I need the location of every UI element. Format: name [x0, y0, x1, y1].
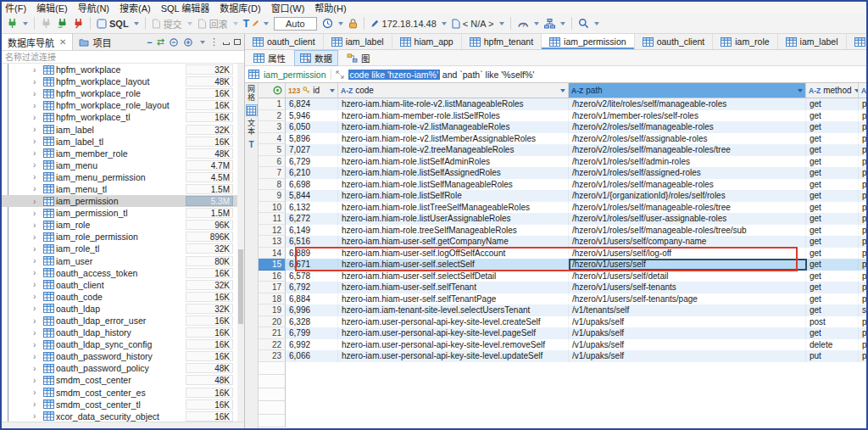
cell-id[interactable]: 6,149	[286, 225, 338, 237]
editor-tab[interactable]: iam_permission	[542, 34, 635, 49]
row-number[interactable]: 13	[259, 236, 286, 248]
table-row[interactable]: 9 5,844 hzero-iam.hiam-role.listSelfRole…	[259, 190, 866, 202]
cell-id[interactable]: 6,996	[286, 304, 338, 316]
text-view-button[interactable]: T	[246, 138, 258, 150]
cell-code[interactable]: hzero-iam.hiam-role-v2.listManageableRol…	[338, 121, 569, 133]
database-selector[interactable]: < N/A >	[449, 17, 507, 31]
menu-item[interactable]: SQL 编辑器	[158, 1, 217, 14]
cell-level[interactable]: p	[859, 156, 866, 168]
tree-table-row[interactable]: › iam_menu_permission 4.5M	[2, 171, 244, 183]
cell-path[interactable]: /hzero/v1/users/self-tenants/page	[569, 293, 806, 305]
cell-id[interactable]: 6,578	[286, 271, 338, 282]
cell-method[interactable]: delete	[806, 339, 859, 351]
cell-path[interactable]: /hzero/v1/roles/self/user-assignable-rol…	[569, 213, 806, 225]
cell-code[interactable]: hzero-iam.hiam-user-self.getCompanyName	[338, 236, 569, 248]
expander-icon[interactable]: ›	[33, 399, 43, 409]
tree-table-row[interactable]: › oauth_ldap 32K	[2, 303, 244, 315]
cell-method[interactable]: get	[806, 179, 859, 191]
expander-icon[interactable]: ›	[33, 113, 43, 122]
tree-table-row[interactable]: › xcor_data_security_object 16K	[2, 410, 244, 422]
rollback-button[interactable]: 回滚	[195, 15, 241, 32]
cell-method[interactable]: get	[806, 225, 859, 237]
cell-method[interactable]: get	[806, 248, 859, 260]
tab-database-navigator[interactable]: 数据库导航 ✕	[2, 34, 73, 50]
cell-level[interactable]: p	[859, 133, 866, 145]
expander-icon[interactable]: ›	[33, 137, 43, 146]
cell-id[interactable]: 5,844	[286, 190, 338, 202]
grid-view-button[interactable]	[246, 104, 258, 116]
row-number[interactable]: 3	[259, 121, 286, 133]
commit-button[interactable]: 提交	[149, 15, 195, 32]
cell-path[interactable]: /hzero/v1/roles/self/assigned-roles	[569, 167, 806, 179]
connection-settings-icon[interactable]	[183, 37, 193, 47]
cell-path[interactable]: /v1/upaks/self	[569, 350, 806, 362]
cell-id[interactable]: 6,210	[286, 167, 338, 179]
view-menu-icon[interactable]: ⋮	[209, 36, 219, 47]
tree-table-row[interactable]: › hpfm_workplace_tl 16K	[2, 111, 244, 123]
row-number[interactable]: 2	[259, 110, 286, 122]
cell-id[interactable]: 6,272	[286, 213, 338, 225]
navigator-filter-input[interactable]	[2, 51, 244, 64]
cell-id[interactable]: 5,946	[286, 110, 338, 122]
cell-level[interactable]: p	[859, 179, 866, 191]
cell-code[interactable]: hzero-iam.hiam-role.listSelfRole	[338, 190, 569, 202]
cell-code[interactable]: hzero-iam.user-personal-api-key-site-lev…	[338, 339, 569, 351]
tree-table-row[interactable]: › iam_role_permission 896K	[2, 231, 244, 243]
expander-icon[interactable]: ›	[33, 172, 43, 181]
cell-level[interactable]: si	[859, 304, 866, 316]
cell-method[interactable]: get	[806, 110, 859, 122]
menu-item[interactable]: 编辑(E)	[33, 1, 75, 14]
tree-table-row[interactable]: › oauth_code 16K	[2, 291, 244, 303]
grid-corner-cell[interactable]	[259, 83, 286, 98]
expander-icon[interactable]: ›	[33, 89, 43, 98]
cell-path[interactable]: /hzero/v2/roles/self/manageable-roles	[569, 121, 806, 133]
cell-method[interactable]: get	[806, 167, 859, 179]
cell-path[interactable]: /v1/tenants/self	[569, 304, 806, 316]
editor-tab[interactable]: iam_role_per...	[847, 34, 866, 49]
editor-tab[interactable]: iam_role	[713, 34, 777, 49]
cell-path[interactable]: /v1/upaks/self	[569, 327, 806, 339]
filter-expression-input[interactable]: code like 'hzero-iam%' and `path` like '…	[348, 70, 535, 80]
expander-icon[interactable]: ›	[33, 364, 43, 373]
row-number[interactable]: 18	[259, 293, 286, 305]
tree-table-row[interactable]: › iam_label_tl 16K	[2, 136, 244, 148]
cell-method[interactable]: get	[806, 213, 859, 225]
connect-button[interactable]	[38, 16, 54, 31]
cell-method[interactable]: get	[806, 271, 859, 282]
connection-selector[interactable]: 172.18.14.48	[368, 17, 449, 31]
expander-icon[interactable]: ›	[33, 340, 43, 349]
editor-tab[interactable]: hpfm_tenant	[462, 34, 542, 49]
cell-code[interactable]: hzero-iam.hiam-role.listUserAssignableRo…	[338, 213, 569, 225]
cell-path[interactable]: /hzero/v1/users/self/log-off	[569, 248, 806, 260]
transaction-log-button[interactable]	[320, 16, 346, 31]
table-row[interactable]: 23 6,066 hzero-iam.user-personal-api-key…	[259, 350, 866, 362]
cell-level[interactable]: p	[859, 350, 866, 362]
cell-id[interactable]: 6,328	[286, 316, 338, 328]
expander-icon[interactable]: ›	[33, 328, 43, 338]
row-number[interactable]: 22	[259, 339, 286, 351]
expander-icon[interactable]: ›	[33, 304, 43, 313]
cell-path[interactable]: /hzero/v1/users/self/detail	[569, 271, 806, 282]
cell-id[interactable]: 5,896	[286, 133, 338, 145]
row-number[interactable]: 15	[259, 259, 286, 271]
cell-method[interactable]: put	[806, 350, 859, 362]
row-number[interactable]: 19	[259, 304, 286, 316]
cell-path[interactable]: /hzero/v2/roles/self/assignable-roles	[569, 133, 806, 145]
cell-method[interactable]: get	[806, 236, 859, 248]
cell-level[interactable]: p	[859, 282, 866, 293]
cell-id[interactable]: 6,671	[286, 259, 338, 271]
cell-code[interactable]: hzero-iam.hiam-user-self.selfTenantPage	[338, 293, 569, 305]
column-header-code[interactable]: A-Z code	[338, 83, 569, 98]
cell-path[interactable]: /hzero/v1/users/self/company-name	[569, 236, 806, 248]
tree-table-row[interactable]: › oauth_password_policy 48K	[2, 362, 244, 374]
lock-button[interactable]	[346, 16, 360, 31]
row-number[interactable]: 10	[259, 202, 286, 214]
row-number[interactable]: 11	[259, 213, 286, 225]
table-row[interactable]: 15 6,671 hzero-iam.hiam-user-self.select…	[259, 259, 866, 271]
expander-icon[interactable]: ›	[33, 388, 43, 397]
cell-method[interactable]: get	[806, 327, 859, 339]
cell-level[interactable]: p	[859, 225, 866, 237]
dashboard-button[interactable]	[515, 17, 542, 30]
tree-table-row[interactable]: › iam_permission 5.3M	[2, 195, 244, 207]
connection-icon[interactable]	[169, 37, 179, 47]
